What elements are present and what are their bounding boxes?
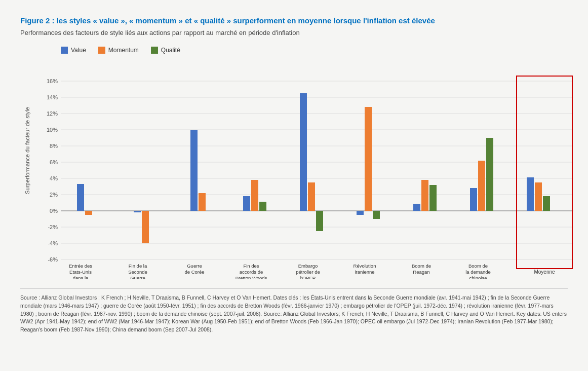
legend-momentum-color <box>98 47 105 54</box>
bar-g0-orange <box>85 211 92 215</box>
svg-text:pétrolier de: pétrolier de <box>296 269 320 275</box>
svg-text:l'OPEP: l'OPEP <box>300 275 316 279</box>
y-tick-4: 4% <box>50 175 58 181</box>
svg-text:Guerre: Guerre <box>130 275 145 279</box>
bar-g8-blue <box>527 177 534 211</box>
bar-g4-orange <box>308 182 315 211</box>
xlabel-g6: Boom de <box>412 263 431 269</box>
bar-g6-green <box>429 185 437 211</box>
svg-text:Seconde: Seconde <box>128 269 147 275</box>
y-tick-6: 6% <box>50 159 58 165</box>
xlabel-g1: Fin de la <box>129 263 147 269</box>
legend-qualite: Qualité <box>151 47 180 54</box>
y-tick-n6: -6% <box>48 256 58 263</box>
svg-text:la demande: la demande <box>465 269 491 275</box>
bar-g7-blue <box>470 188 477 211</box>
y-axis-label: Surperformance du facteur de style <box>24 133 30 194</box>
xlabel-g0: Entrée des <box>69 263 92 269</box>
bar-g8-orange <box>535 182 542 211</box>
xlabel-g5: Révolution <box>354 263 376 269</box>
y-tick-8: 8% <box>50 143 58 149</box>
svg-text:dans la: dans la <box>73 275 89 279</box>
moyenne-box <box>517 76 572 269</box>
bar-g0-blue <box>77 184 84 211</box>
bar-g8-green <box>543 196 550 211</box>
bar-g1-orange <box>142 211 149 243</box>
xlabel-g2: Guerre <box>187 263 202 269</box>
chart-inner: Value Momentum Qualité <box>36 47 578 280</box>
bar-g5-orange <box>365 107 372 211</box>
y-axis-label-container: Surperformance du facteur de style <box>20 47 34 280</box>
chart-svg: 16% 14% 12% 10% 8% 6% 4% 2% 0% -2% -4% -… <box>36 61 578 279</box>
bar-g4-green <box>316 211 323 231</box>
bar-g6-blue <box>413 204 420 211</box>
svg-text:États-Unis: États-Unis <box>69 269 92 275</box>
svg-text:Reagan: Reagan <box>413 269 429 275</box>
svg-text:accords de: accords de <box>240 269 263 275</box>
bar-g1-blue <box>134 211 141 212</box>
legend-qualite-color <box>151 47 158 54</box>
legend-value-color <box>61 47 68 54</box>
legend-value-label: Value <box>71 47 86 54</box>
y-tick-16: 16% <box>47 78 58 84</box>
y-tick-14: 14% <box>47 94 58 100</box>
chart-svg-wrapper: 16% 14% 12% 10% 8% 6% 4% 2% 0% -2% -4% -… <box>36 61 578 280</box>
legend-momentum-label: Momentum <box>108 47 139 54</box>
legend: Value Momentum Qualité <box>61 47 578 54</box>
bar-g4-blue <box>300 93 307 211</box>
source-text: Source : Allianz Global Investors ; K Fr… <box>20 288 568 334</box>
svg-text:Bretton Woods: Bretton Woods <box>236 275 267 279</box>
legend-value: Value <box>61 47 86 54</box>
xlabel-g4: Embargo <box>298 263 318 269</box>
bar-g5-blue <box>357 211 364 215</box>
y-tick-10: 10% <box>47 127 58 133</box>
svg-text:de Corée: de Corée <box>184 269 204 275</box>
svg-text:chinoise: chinoise <box>469 275 487 279</box>
figure-subtitle: Performances des facteurs de style liés … <box>20 29 568 36</box>
svg-text:iranienne: iranienne <box>355 269 374 275</box>
y-tick-2: 2% <box>50 192 58 198</box>
bar-g7-orange <box>478 161 485 211</box>
figure-title: Figure 2 : les styles « value », « momen… <box>20 15 568 26</box>
bar-g3-orange <box>251 180 258 211</box>
xlabel-g8: Moyenne <box>534 269 555 275</box>
xlabel-g7: Boom de <box>468 263 488 269</box>
legend-momentum: Momentum <box>98 47 139 54</box>
bar-g5-green <box>373 211 380 219</box>
bar-g2-blue <box>190 130 198 211</box>
bar-g3-green <box>259 202 266 211</box>
bar-g3-blue <box>243 196 250 211</box>
bar-g6-orange <box>421 180 428 211</box>
bar-g2-orange <box>199 193 206 211</box>
bar-g7-green <box>486 138 493 211</box>
y-tick-n4: -4% <box>48 240 58 246</box>
legend-qualite-label: Qualité <box>161 47 180 54</box>
y-tick-0: 0% <box>50 208 58 214</box>
y-tick-12: 12% <box>47 110 58 117</box>
y-tick-n2: -2% <box>48 224 58 230</box>
xlabel-g3: Fin des <box>243 263 259 269</box>
